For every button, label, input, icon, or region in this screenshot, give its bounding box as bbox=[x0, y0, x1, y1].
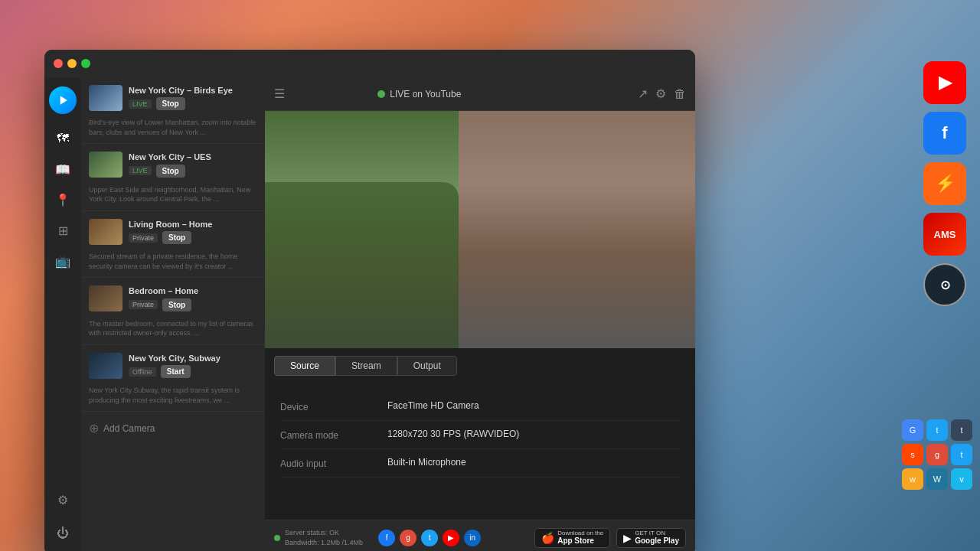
small-icon-twitter2[interactable]: t bbox=[926, 419, 948, 441]
share-button[interactable]: ↗ bbox=[638, 86, 648, 101]
social-twitter[interactable]: t bbox=[421, 530, 438, 546]
camera-item-bedroom[interactable]: Bedroom – Home Private Stop The master b… bbox=[81, 278, 265, 344]
desktop-icons-small: G t t s g t w W v bbox=[902, 419, 972, 490]
camera-name: New York City – UES bbox=[129, 152, 257, 162]
small-icon-tumblr[interactable]: t bbox=[951, 419, 972, 441]
small-icon-wp2[interactable]: W bbox=[926, 468, 948, 490]
camera-action-button[interactable]: Stop bbox=[156, 165, 185, 178]
camera-status: LIVE bbox=[129, 99, 152, 109]
camera-item-nyc-ues[interactable]: New York City – UES LIVE Stop Upper East… bbox=[81, 144, 265, 210]
camera-item-living-room[interactable]: Living Room – Home Private Stop Secured … bbox=[81, 211, 265, 278]
camera-description: Upper East Side and neighborhood, Manhat… bbox=[89, 185, 257, 204]
add-camera-button[interactable]: ⊕ Add Camera bbox=[81, 412, 265, 445]
social-google-plus[interactable]: g bbox=[400, 530, 416, 546]
nav-icon-tv[interactable]: 📺 bbox=[51, 249, 75, 273]
nav-icon-location[interactable]: 📍 bbox=[51, 187, 75, 212]
live-dot bbox=[377, 90, 385, 98]
video-preview bbox=[265, 111, 695, 348]
camera-name: Bedroom – Home bbox=[129, 285, 257, 296]
setting-value: 980x551 30 FPS (RAWVIDEO) bbox=[387, 429, 680, 439]
desktop-icon-periscope[interactable]: ⚡ bbox=[923, 162, 966, 205]
google-play-icon: ▶ bbox=[623, 532, 632, 544]
setting-label: Audio input bbox=[280, 457, 387, 469]
social-linkedin[interactable]: in bbox=[464, 530, 481, 546]
app-body: 🗺 📖 📍 ⊞ 📺 ⚙ ⏻ New York City – Birds Eye … bbox=[44, 77, 695, 551]
camera-item-nyc-subway[interactable]: New York City, Subway Offline Start New … bbox=[81, 345, 265, 412]
nav-icon-list[interactable]: ⊞ bbox=[51, 218, 75, 243]
settings-button[interactable]: ⚙ bbox=[655, 86, 666, 101]
nav-sidebar: 🗺 📖 📍 ⊞ 📺 ⚙ ⏻ bbox=[44, 77, 81, 551]
camera-thumbnail bbox=[89, 219, 122, 245]
social-youtube[interactable]: ▶ bbox=[443, 530, 459, 546]
camera-item-nyc-birds-eye[interactable]: New York City – Birds Eye LIVE Stop Bird… bbox=[81, 77, 265, 144]
small-icon-reddit[interactable]: s bbox=[902, 444, 923, 465]
desktop-icon-facebook[interactable]: f bbox=[923, 112, 966, 155]
desktop-icon-youtube[interactable]: ▶ bbox=[923, 61, 966, 104]
camera-description: New York City Subway, the rapid transit … bbox=[89, 386, 257, 405]
nav-icon-map[interactable]: 🗺 bbox=[51, 126, 75, 151]
camera-name: New York City, Subway bbox=[129, 353, 257, 364]
tab-output[interactable]: Output bbox=[397, 356, 457, 376]
app-logo[interactable] bbox=[49, 86, 77, 114]
camera-action-button[interactable]: Stop bbox=[162, 298, 191, 311]
camera-action-button[interactable]: Stop bbox=[162, 231, 191, 244]
camera-action-button[interactable]: Start bbox=[161, 365, 191, 378]
camera-description: The master bedroom, connected to my list… bbox=[89, 319, 257, 338]
control-tabs: Source Stream Output bbox=[265, 348, 695, 383]
small-icon-wp[interactable]: w bbox=[902, 468, 923, 490]
tab-source[interactable]: Source bbox=[274, 356, 335, 376]
store-badges: 🍎 Download on the App Store ▶ GET IT ON … bbox=[534, 528, 686, 548]
camera-status: LIVE bbox=[129, 166, 152, 175]
footer: Server status: OK Bandwidth: 1.2Mb /1.4M… bbox=[265, 520, 695, 551]
nav-icon-settings[interactable]: ⚙ bbox=[51, 487, 75, 512]
camera-thumbnail bbox=[89, 353, 122, 379]
app-store-badge[interactable]: 🍎 Download on the App Store bbox=[534, 528, 610, 548]
nav-icon-power[interactable]: ⏻ bbox=[51, 521, 75, 546]
server-status: Server status: OK Bandwidth: 1.2Mb /1.4M… bbox=[274, 528, 363, 547]
setting-label: Device bbox=[280, 400, 387, 412]
camera-status: Private bbox=[129, 300, 158, 309]
camera-thumbnail bbox=[89, 85, 122, 111]
camera-description: Secured stream of a private residence, t… bbox=[89, 252, 257, 271]
video-bg bbox=[265, 111, 695, 348]
delete-button[interactable]: 🗑 bbox=[674, 87, 686, 101]
setting-row: Camera mode 980x551 30 FPS (RAWVIDEO) bbox=[280, 421, 680, 449]
small-icon-twitter3[interactable]: t bbox=[951, 444, 972, 465]
small-icon-google2[interactable]: g bbox=[926, 444, 948, 465]
live-label: LIVE on YouTube bbox=[390, 89, 461, 99]
app-store-text: Download on the App Store bbox=[557, 530, 603, 546]
social-facebook[interactable]: f bbox=[378, 530, 395, 546]
camera-status: Private bbox=[129, 233, 158, 243]
minimize-button[interactable] bbox=[67, 59, 77, 68]
maximize-button[interactable] bbox=[81, 59, 90, 68]
setting-row: Device FaceTime HD Camera bbox=[280, 393, 680, 421]
desktop-icon-5[interactable]: ⊙ bbox=[923, 263, 966, 306]
tab-stream[interactable]: Stream bbox=[335, 356, 397, 376]
social-icons: f g t ▶ in bbox=[378, 530, 481, 546]
setting-value: Built-in Microphone bbox=[387, 457, 680, 468]
settings-panel: Device FaceTime HD Camera Camera mode 12… bbox=[265, 383, 695, 520]
street-overlay bbox=[265, 111, 695, 348]
small-icon-vimeo[interactable]: v bbox=[951, 468, 972, 490]
google-play-badge[interactable]: ▶ GET IT ON Google Play bbox=[616, 528, 686, 548]
status-text: Server status: OK Bandwidth: 1.2Mb /1.4M… bbox=[285, 528, 363, 547]
camera-thumbnail bbox=[89, 152, 122, 178]
status-dot bbox=[274, 535, 280, 541]
svg-marker-0 bbox=[60, 96, 67, 105]
camera-action-button[interactable]: Stop bbox=[156, 97, 185, 110]
google-play-text: GET IT ON Google Play bbox=[635, 530, 679, 546]
topbar: ☰ LIVE on YouTube ↗ ⚙ 🗑 bbox=[265, 77, 695, 111]
desktop-icons: ▶ f ⚡ AMS ⊙ bbox=[923, 61, 966, 306]
camera-name: Living Room – Home bbox=[129, 219, 257, 230]
camera-description: Bird's-eye view of Lower Manhattan, zoom… bbox=[89, 118, 257, 137]
live-indicator: LIVE on YouTube bbox=[377, 89, 461, 99]
titlebar bbox=[44, 50, 695, 77]
main-content: ☰ LIVE on YouTube ↗ ⚙ 🗑 bbox=[265, 77, 695, 551]
menu-button[interactable]: ☰ bbox=[274, 86, 285, 101]
camera-name: New York City – Birds Eye bbox=[129, 85, 257, 96]
close-button[interactable] bbox=[54, 59, 63, 68]
small-icon-google[interactable]: G bbox=[902, 419, 923, 441]
nav-icon-book[interactable]: 📖 bbox=[51, 157, 75, 181]
setting-value: FaceTime HD Camera bbox=[387, 400, 680, 411]
desktop-icon-ams[interactable]: AMS bbox=[923, 213, 966, 256]
